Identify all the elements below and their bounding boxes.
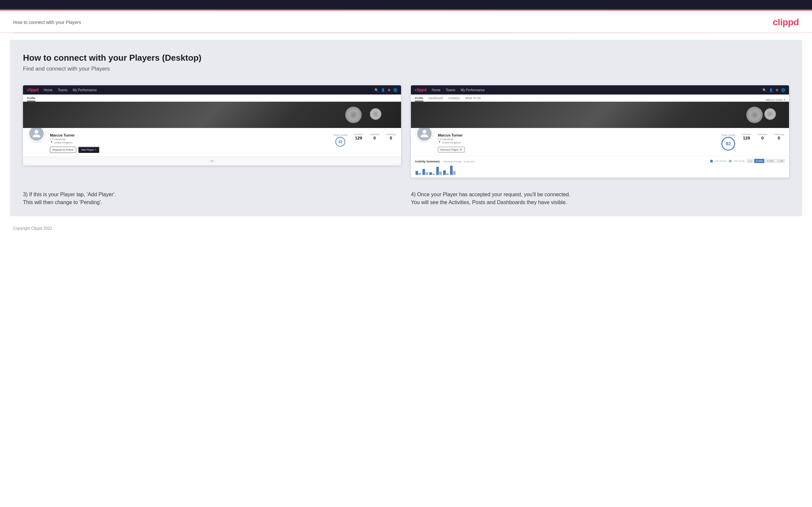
breadcrumb: How to connect with your Players xyxy=(13,20,81,25)
bar-group-6 xyxy=(450,166,456,175)
activity-summary-title: Activity Summary xyxy=(415,160,440,163)
top-bar xyxy=(0,0,812,10)
mock-nav-icons-1: 🔍 👤 ⚙ 🌐 xyxy=(374,88,397,92)
request-follow-button[interactable]: Request to Follow xyxy=(50,147,76,153)
time-1mth-button[interactable]: 1 mth xyxy=(776,159,785,163)
tab-activities-2[interactable]: Activities xyxy=(448,97,460,101)
bar-group-3 xyxy=(429,172,435,175)
player-handicap-1: 1-5 Handicap xyxy=(50,138,328,141)
time-1yr-button[interactable]: 1 yr xyxy=(747,159,754,163)
user-icon-1[interactable]: 👤 xyxy=(381,88,385,92)
mock-buttons-1: Request to Follow Add Player + xyxy=(50,147,328,153)
bar-offcourse-5 xyxy=(446,173,449,175)
bar-oncourse-4 xyxy=(436,167,439,175)
bar-oncourse-1 xyxy=(415,171,418,175)
bar-oncourse-5 xyxy=(443,170,446,175)
bar-offcourse-3 xyxy=(432,174,435,175)
activities-stat-1: Activities 129 xyxy=(354,133,363,140)
screenshot-col-1: clippd Home Teams My Performance 🔍 👤 ⚙ 🌐… xyxy=(23,85,401,177)
mock-nav-2: clippd Home Teams My Performance 🔍 👤 ⚙ 🌐 xyxy=(411,85,789,95)
mock-profile-info-2: Marcus Turner 1-5 Handicap 📍 United King… xyxy=(438,132,716,153)
search-icon-1[interactable]: 🔍 xyxy=(374,88,378,92)
mock-nav-teams-1: Teams xyxy=(58,88,67,92)
user-icon-2[interactable]: 👤 xyxy=(769,88,773,92)
avatar-icon-1 xyxy=(32,129,41,138)
chevron-down-icon-2: ▾ xyxy=(784,99,785,101)
mock-buttons-2: Remove Player ✕ xyxy=(438,147,716,153)
settings-icon-1[interactable]: ⚙ xyxy=(388,88,391,92)
tab-whattoon-2[interactable]: What To On xyxy=(465,97,480,101)
header-divider xyxy=(13,33,799,33)
mock-activity-2: Activity Summary Monthly Activity · 6 Mo… xyxy=(411,156,789,177)
mock-right-section-1: Player Quality 92 Activities 129 Followe… xyxy=(333,132,396,147)
bar-group-1 xyxy=(415,171,421,175)
player-dropdown-2[interactable]: Marcus Turner ▾ xyxy=(766,99,785,101)
activity-legend: On course Off course xyxy=(710,160,744,162)
mock-hero-1 xyxy=(23,102,401,128)
description-col-4: 4) Once your Player has accepted your re… xyxy=(411,191,789,207)
description-3: 3) If this is your Player tap, 'Add Play… xyxy=(23,191,401,207)
mock-browser-1: clippd Home Teams My Performance 🔍 👤 ⚙ 🌐… xyxy=(23,85,401,165)
mock-logo-2: clippd xyxy=(415,88,426,92)
offcourse-legend-label: Off course xyxy=(734,160,745,162)
copyright-text: Copyright Clippd 2022 xyxy=(13,226,52,231)
descriptions-row: 3) If this is your Player tap, 'Add Play… xyxy=(23,191,789,207)
add-player-button[interactable]: Add Player + xyxy=(78,147,99,153)
bar-group-5 xyxy=(443,170,449,175)
globe-icon-1[interactable]: 🌐 xyxy=(393,88,397,92)
page-header: How to connect with your Players clippd xyxy=(0,10,812,33)
quality-badge-2: 92 xyxy=(721,137,735,151)
mock-nav-1: clippd Home Teams My Performance 🔍 👤 ⚙ 🌐 xyxy=(23,85,401,95)
mock-nav-performance-2: My Performance xyxy=(461,88,485,92)
mock-profile-info-1: Marcus Turner 1-5 Handicap 📍 United King… xyxy=(50,132,328,153)
edit-icon-1: ✏ xyxy=(210,159,214,164)
description-col-3: 3) If this is your Player tap, 'Add Play… xyxy=(23,191,401,207)
activity-header-2: Activity Summary Monthly Activity · 6 Mo… xyxy=(415,159,785,163)
hero-circle-2 xyxy=(370,108,382,120)
activity-subtitle: Monthly Activity · 6 Months xyxy=(444,160,475,163)
activity-title-group: Activity Summary Monthly Activity · 6 Mo… xyxy=(415,159,475,163)
hero-circle-3 xyxy=(746,107,763,123)
settings-icon-2[interactable]: ⚙ xyxy=(775,88,778,92)
followers-stat-2: Followers 0 xyxy=(757,133,767,140)
bar-offcourse-4 xyxy=(439,172,442,175)
bar-offcourse-6 xyxy=(453,171,456,175)
oncourse-legend-dot xyxy=(710,160,713,162)
quality-badge-1: 92 xyxy=(336,137,345,147)
top-bar-accent xyxy=(0,9,812,10)
player-name-1: Marcus Turner xyxy=(50,133,328,137)
remove-player-button[interactable]: Remove Player ✕ xyxy=(438,147,465,153)
mock-nav-performance-1: My Performance xyxy=(72,88,97,92)
clippd-logo: clippd xyxy=(773,17,799,27)
player-location-1: 📍 United Kingdom xyxy=(50,141,328,144)
page-title: How to connect with your Players (Deskto… xyxy=(23,53,789,63)
time-3mths-button[interactable]: 3 mths xyxy=(765,159,775,163)
tab-profile-1[interactable]: Profile xyxy=(27,97,36,101)
tab-profile-2[interactable]: Profile xyxy=(415,97,423,101)
time-6mths-button[interactable]: 6 mths xyxy=(754,159,764,163)
avatar-icon-2 xyxy=(420,129,429,138)
hero-circle-4 xyxy=(764,108,776,120)
globe-icon-2[interactable]: 🌐 xyxy=(781,88,785,92)
followers-stat-1: Followers 0 xyxy=(369,133,379,140)
hero-circle-1 xyxy=(345,107,362,123)
player-handicap-2: 1-5 Handicap xyxy=(438,138,716,141)
search-icon-2[interactable]: 🔍 xyxy=(762,88,766,92)
mock-nav-icons-2: 🔍 👤 ⚙ 🌐 xyxy=(762,88,785,92)
location-pin-icon-1: 📍 xyxy=(50,141,53,144)
player-quality-2: Player Quality 92 xyxy=(721,134,735,151)
tab-dashboard-2[interactable]: Dashboard xyxy=(429,97,443,101)
screenshot-col-2: clippd Home Teams My Performance 🔍 👤 ⚙ 🌐… xyxy=(411,85,789,177)
mock-nav-teams-2: Teams xyxy=(446,88,455,92)
mock-tabs-2: Profile Dashboard Activities What To On … xyxy=(411,95,789,102)
offcourse-legend-dot xyxy=(729,160,731,162)
player-location-2: 📍 United Kingdom xyxy=(438,141,716,144)
bar-group-4 xyxy=(436,167,442,175)
page-footer: Copyright Clippd 2022 xyxy=(0,223,812,237)
screenshots-row: clippd Home Teams My Performance 🔍 👤 ⚙ 🌐… xyxy=(23,85,789,177)
activity-controls-2: On course Off course 1 yr 6 mths 3 mths … xyxy=(710,159,785,163)
mock-tabs-left-2: Profile Dashboard Activities What To On xyxy=(415,97,480,101)
page-subtitle: Find and connect with your Players xyxy=(23,66,789,72)
player-name-2: Marcus Turner xyxy=(438,133,716,137)
mock-browser-2: clippd Home Teams My Performance 🔍 👤 ⚙ 🌐… xyxy=(411,85,789,177)
